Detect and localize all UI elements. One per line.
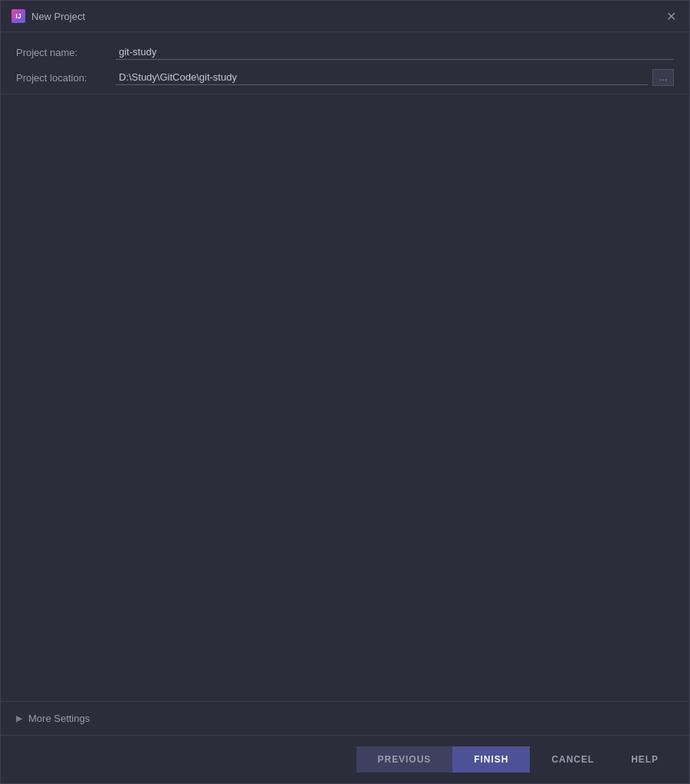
bottom-area: ▶ More Settings PREVIOUS FINISH CANCEL H…: [1, 701, 689, 783]
more-settings-row[interactable]: ▶ More Settings: [1, 702, 689, 735]
project-location-row: Project location: ...: [16, 69, 674, 86]
help-button[interactable]: HELP: [616, 746, 674, 772]
main-content-area: [1, 94, 689, 701]
finish-button[interactable]: FINISH: [452, 746, 530, 772]
project-name-input[interactable]: [116, 44, 674, 60]
app-logo-icon: IJ: [12, 9, 25, 23]
chevron-right-icon: ▶: [16, 713, 22, 723]
project-location-input[interactable]: [116, 70, 648, 85]
cancel-button[interactable]: CANCEL: [530, 746, 616, 772]
form-area: Project name: Project location: ...: [1, 32, 689, 94]
previous-button[interactable]: PREVIOUS: [356, 746, 453, 772]
more-settings-label: More Settings: [28, 713, 90, 724]
window-title: New Project: [31, 11, 85, 22]
new-project-dialog: IJ New Project ✕ Project name: Project l…: [0, 0, 690, 784]
button-bar: PREVIOUS FINISH CANCEL HELP: [1, 735, 689, 783]
title-bar-left: IJ New Project: [12, 9, 85, 23]
project-name-row: Project name:: [16, 44, 674, 60]
close-icon: ✕: [666, 9, 676, 24]
close-button[interactable]: ✕: [663, 8, 678, 24]
title-bar: IJ New Project ✕: [1, 1, 689, 32]
project-name-label: Project name:: [16, 47, 116, 58]
browse-button[interactable]: ...: [652, 69, 674, 86]
project-location-label: Project location:: [16, 72, 116, 84]
